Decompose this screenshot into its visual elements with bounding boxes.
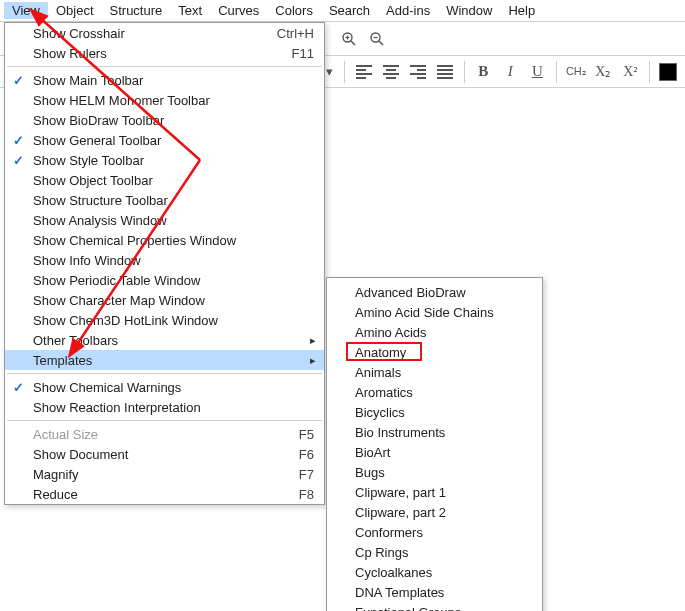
menu-item-show-biodraw-toolbar[interactable]: Show BioDraw Toolbar (5, 110, 324, 130)
submenu-item-clipware-part-1[interactable]: Clipware, part 1 (327, 482, 542, 502)
templates-submenu: Advanced BioDrawAmino Acid Side ChainsAm… (326, 277, 543, 611)
menu-item-label: Magnify (33, 467, 79, 482)
menu-item-label: Reduce (33, 487, 78, 502)
menu-item-label: Show BioDraw Toolbar (33, 113, 164, 128)
menu-item-label: Show Object Toolbar (33, 173, 153, 188)
menu-item-show-document[interactable]: Show DocumentF6 (5, 444, 324, 464)
menu-item-label: Show General Toolbar (33, 133, 161, 148)
submenu-item-animals[interactable]: Animals (327, 362, 542, 382)
menu-item-templates[interactable]: Templates (5, 350, 324, 370)
menu-item-show-info-window[interactable]: Show Info Window (5, 250, 324, 270)
menu-structure[interactable]: Structure (102, 2, 171, 19)
submenu-item-amino-acids[interactable]: Amino Acids (327, 322, 542, 342)
menubar: ViewObjectStructureTextCurvesColorsSearc… (0, 0, 685, 22)
menu-item-show-style-toolbar[interactable]: Show Style Toolbar (5, 150, 324, 170)
menu-item-show-rulers[interactable]: Show RulersF11 (5, 43, 324, 63)
menu-item-label: Show Chemical Warnings (33, 380, 181, 395)
italic-button[interactable]: I (500, 61, 521, 83)
menu-curves[interactable]: Curves (210, 2, 267, 19)
menu-item-show-analysis-window[interactable]: Show Analysis Window (5, 210, 324, 230)
menu-item-label: Show Chemical Properties Window (33, 233, 236, 248)
menu-item-reduce[interactable]: ReduceF8 (5, 484, 324, 504)
menu-item-label: Show Periodic Table Window (33, 273, 200, 288)
menu-item-shortcut: F8 (299, 487, 314, 502)
menu-item-actual-size: Actual SizeF5 (5, 424, 324, 444)
menu-item-other-toolbars[interactable]: Other Toolbars (5, 330, 324, 350)
menu-item-label: Other Toolbars (33, 333, 118, 348)
menu-item-label: Show Main Toolbar (33, 73, 143, 88)
menu-search[interactable]: Search (321, 2, 378, 19)
menu-item-show-character-map-window[interactable]: Show Character Map Window (5, 290, 324, 310)
view-menu-dropdown: Show CrosshairCtrl+HShow RulersF11Show M… (4, 22, 325, 505)
submenu-item-dna-templates[interactable]: DNA Templates (327, 582, 542, 602)
underline-button[interactable]: U (527, 61, 548, 83)
menu-item-show-reaction-interpretation[interactable]: Show Reaction Interpretation (5, 397, 324, 417)
subscript-button[interactable]: X₂ (593, 61, 614, 83)
submenu-item-amino-acid-side-chains[interactable]: Amino Acid Side Chains (327, 302, 542, 322)
menu-item-show-object-toolbar[interactable]: Show Object Toolbar (5, 170, 324, 190)
align-left-icon[interactable] (353, 61, 374, 83)
menu-item-show-chem3d-hotlink-window[interactable]: Show Chem3D HotLink Window (5, 310, 324, 330)
menu-item-label: Show Reaction Interpretation (33, 400, 201, 415)
menu-item-show-periodic-table-window[interactable]: Show Periodic Table Window (5, 270, 324, 290)
menu-item-show-chemical-warnings[interactable]: Show Chemical Warnings (5, 377, 324, 397)
menu-item-show-general-toolbar[interactable]: Show General Toolbar (5, 130, 324, 150)
menu-colors[interactable]: Colors (267, 2, 321, 19)
submenu-item-advanced-biodraw[interactable]: Advanced BioDraw (327, 282, 542, 302)
formula-button[interactable]: CH₂ (565, 61, 587, 83)
align-right-icon[interactable] (408, 61, 429, 83)
menu-item-show-structure-toolbar[interactable]: Show Structure Toolbar (5, 190, 324, 210)
dropdown-caret-icon[interactable]: ▾ (323, 61, 336, 83)
submenu-item-conformers[interactable]: Conformers (327, 522, 542, 542)
menu-item-shortcut: F7 (299, 467, 314, 482)
menu-separator (7, 420, 322, 421)
align-justify-icon[interactable] (435, 61, 456, 83)
color-swatch[interactable] (658, 61, 679, 83)
menu-separator (7, 66, 322, 67)
menu-item-label: Show Style Toolbar (33, 153, 144, 168)
menu-item-shortcut: F5 (299, 427, 314, 442)
menu-separator (7, 373, 322, 374)
align-center-icon[interactable] (381, 61, 402, 83)
bold-button[interactable]: B (473, 61, 494, 83)
zoom-out-icon[interactable] (366, 28, 388, 50)
annotation-box-anatomy (346, 342, 422, 361)
menu-item-show-helm-monomer-toolbar[interactable]: Show HELM Monomer Toolbar (5, 90, 324, 110)
menu-item-show-crosshair[interactable]: Show CrosshairCtrl+H (5, 23, 324, 43)
submenu-item-cycloalkanes[interactable]: Cycloalkanes (327, 562, 542, 582)
menu-item-label: Templates (33, 353, 92, 368)
menu-item-magnify[interactable]: MagnifyF7 (5, 464, 324, 484)
submenu-item-bicyclics[interactable]: Bicyclics (327, 402, 542, 422)
submenu-item-bioart[interactable]: BioArt (327, 442, 542, 462)
menu-item-label: Show Character Map Window (33, 293, 205, 308)
menu-item-label: Actual Size (33, 427, 98, 442)
zoom-in-icon[interactable] (338, 28, 360, 50)
menu-text[interactable]: Text (170, 2, 210, 19)
menu-window[interactable]: Window (438, 2, 500, 19)
menu-item-label: Show Info Window (33, 253, 141, 268)
menu-item-shortcut: F6 (299, 447, 314, 462)
menu-item-label: Show Chem3D HotLink Window (33, 313, 218, 328)
menu-item-label: Show Crosshair (33, 26, 125, 41)
svg-line-5 (379, 41, 383, 45)
menu-object[interactable]: Object (48, 2, 102, 19)
menu-item-label: Show Rulers (33, 46, 107, 61)
menu-item-label: Show HELM Monomer Toolbar (33, 93, 210, 108)
menu-item-show-chemical-properties-window[interactable]: Show Chemical Properties Window (5, 230, 324, 250)
menu-add-ins[interactable]: Add-ins (378, 2, 438, 19)
submenu-item-functional-groups[interactable]: Functional Groups (327, 602, 542, 611)
superscript-button[interactable]: X² (620, 61, 641, 83)
submenu-item-bio-instruments[interactable]: Bio Instruments (327, 422, 542, 442)
separator (556, 61, 557, 83)
menu-item-label: Show Structure Toolbar (33, 193, 168, 208)
submenu-item-cp-rings[interactable]: Cp Rings (327, 542, 542, 562)
menu-view[interactable]: View (4, 2, 48, 19)
separator (649, 61, 650, 83)
submenu-item-bugs[interactable]: Bugs (327, 462, 542, 482)
menu-help[interactable]: Help (500, 2, 543, 19)
submenu-item-clipware-part-2[interactable]: Clipware, part 2 (327, 502, 542, 522)
separator (464, 61, 465, 83)
menu-item-show-main-toolbar[interactable]: Show Main Toolbar (5, 70, 324, 90)
menu-item-shortcut: F11 (292, 46, 314, 61)
submenu-item-aromatics[interactable]: Aromatics (327, 382, 542, 402)
